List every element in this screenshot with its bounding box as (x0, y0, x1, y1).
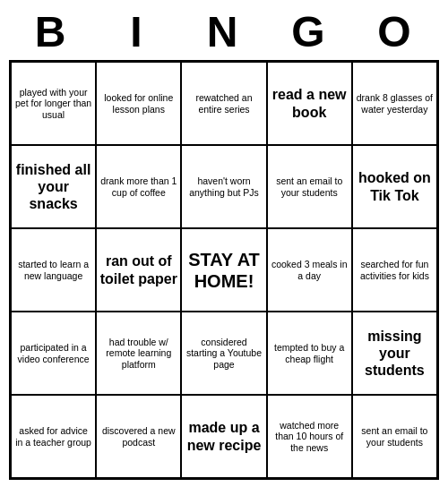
cell-17[interactable]: considered starting a Youtube page (181, 312, 266, 395)
cell-4[interactable]: drank 8 glasses of water yesterday (352, 62, 437, 145)
cell-3[interactable]: read a new book (267, 62, 352, 145)
cell-20[interactable]: asked for advice in a teacher group (11, 395, 96, 478)
cell-2[interactable]: rewatched an entire series (181, 62, 266, 145)
cell-16[interactable]: had trouble w/ remote learning platform (96, 312, 181, 395)
cell-5[interactable]: finished all your snacks (11, 145, 96, 228)
cell-12[interactable]: STAY AT HOME! (181, 228, 266, 312)
bingo-grid: played with your pet for longer than usu… (9, 60, 439, 480)
title-b: B (13, 7, 91, 56)
cell-13[interactable]: cooked 3 meals in a day (267, 228, 352, 312)
cell-23[interactable]: watched more than 10 hours of the news (267, 395, 352, 478)
title-o: O (357, 7, 435, 56)
cell-22[interactable]: made up a new recipe (181, 395, 266, 478)
cell-11[interactable]: ran out of toilet paper (96, 228, 181, 312)
title-g: G (271, 7, 349, 56)
cell-24[interactable]: sent an email to your students (352, 395, 437, 478)
cell-15[interactable]: participated in a video conference (11, 312, 96, 395)
cell-10[interactable]: started to learn a new language (11, 228, 96, 312)
title-n: N (185, 7, 263, 56)
cell-1[interactable]: looked for online lesson plans (96, 62, 181, 145)
cell-6[interactable]: drank more than 1 cup of coffee (96, 145, 181, 228)
bingo-title: B I N G O (9, 7, 439, 56)
cell-19[interactable]: missing your students (352, 312, 437, 395)
cell-9[interactable]: hooked on Tik Tok (352, 145, 437, 228)
cell-21[interactable]: discovered a new podcast (96, 395, 181, 478)
cell-0[interactable]: played with your pet for longer than usu… (11, 62, 96, 145)
cell-14[interactable]: searched for fun activities for kids (352, 228, 437, 312)
title-i: I (99, 7, 177, 56)
cell-7[interactable]: haven't worn anything but PJs (181, 145, 266, 228)
cell-18[interactable]: tempted to buy a cheap flight (267, 312, 352, 395)
cell-8[interactable]: sent an email to your students (267, 145, 352, 228)
